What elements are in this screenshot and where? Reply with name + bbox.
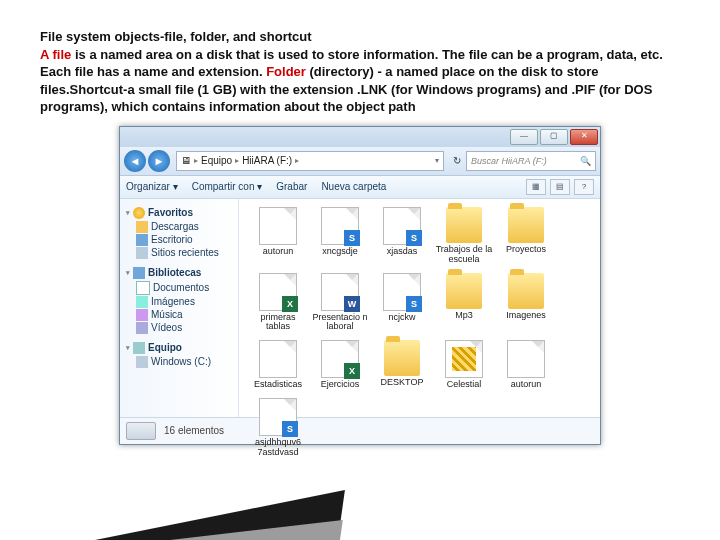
file-grid: autorunSxncgsdjeSxjasdasTrabajos de la e… (239, 199, 600, 417)
documents-icon (136, 281, 150, 295)
file-label: asjdhhquv6 7astdvasd (248, 438, 308, 458)
sidebar-item-music[interactable]: Música (136, 309, 234, 321)
drive-icon (126, 422, 156, 440)
computer-icon: 🖥 (181, 155, 191, 166)
minimize-button[interactable]: — (510, 129, 538, 145)
slide-decoration (0, 480, 340, 540)
close-button[interactable]: ✕ (570, 129, 598, 145)
file-icon: S (383, 273, 421, 311)
folder-icon (384, 340, 420, 376)
maximize-button[interactable]: ▢ (540, 129, 568, 145)
file-item[interactable]: XEjercicios (310, 340, 370, 390)
file-badge: X (282, 296, 298, 312)
star-icon (133, 207, 145, 219)
file-label: primeras tablas (248, 313, 308, 333)
file-item[interactable]: WPresentacio n laboral (310, 273, 370, 333)
help-button[interactable]: ? (574, 179, 594, 195)
sidebar-item-documents[interactable]: Documentos (136, 281, 234, 295)
file-icon: X (259, 273, 297, 311)
toolbar: Organizar ▾ Compartir con ▾ Grabar Nueva… (120, 176, 600, 199)
breadcrumb[interactable]: 🖥 ▸ Equipo ▸ HiiARA (F:) ▸ ▾ (176, 151, 444, 171)
file-item[interactable]: autorun (496, 340, 556, 390)
folder-icon (446, 273, 482, 309)
view-details-button[interactable]: ▤ (550, 179, 570, 195)
new-folder-button[interactable]: Nueva carpeta (321, 181, 386, 192)
folder-icon (508, 273, 544, 309)
file-label: Trabajos de la escuela (434, 245, 494, 265)
sidebar-item-images[interactable]: Imágenes (136, 296, 234, 308)
file-item[interactable]: autorun (248, 207, 308, 265)
zip-icon (445, 340, 483, 378)
file-icon (259, 340, 297, 378)
sidebar-computer-header[interactable]: Equipo (126, 342, 234, 354)
file-badge: S (406, 230, 422, 246)
file-label: Estadisticas (248, 380, 308, 390)
breadcrumb-seg-drive[interactable]: HiiARA (F:) (242, 155, 292, 166)
back-button[interactable]: ◄ (124, 150, 146, 172)
file-icon: S (383, 207, 421, 245)
file-label: Imagenes (496, 311, 556, 321)
videos-icon (136, 322, 148, 334)
file-label: Mp3 (434, 311, 494, 321)
file-item[interactable]: Sxjasdas (372, 207, 432, 265)
file-badge: X (344, 363, 360, 379)
chevron-right-icon: ▸ (235, 156, 239, 165)
sidebar-item-cdrive[interactable]: Windows (C:) (136, 356, 234, 368)
explorer-window: — ▢ ✕ ◄ ► 🖥 ▸ Equipo ▸ HiiARA (F:) ▸ ▾ ↻… (119, 126, 601, 445)
file-icon (259, 207, 297, 245)
file-item[interactable]: Xprimeras tablas (248, 273, 308, 333)
sidebar-libraries-header[interactable]: Bibliotecas (126, 267, 234, 279)
navbar: ◄ ► 🖥 ▸ Equipo ▸ HiiARA (F:) ▸ ▾ ↻ Busca… (120, 147, 600, 176)
search-input[interactable]: Buscar HiiARA (F:) 🔍 (466, 151, 596, 171)
library-icon (133, 267, 145, 279)
file-item[interactable]: Sasjdhhquv6 7astdvasd (248, 398, 308, 458)
file-item[interactable]: DESKTOP (372, 340, 432, 390)
file-label: autorun (496, 380, 556, 390)
term-file: A file (40, 47, 71, 62)
burn-button[interactable]: Grabar (276, 181, 307, 192)
term-folder: Folder (266, 64, 306, 79)
breadcrumb-dropdown[interactable]: ▾ (435, 156, 439, 165)
file-label: autorun (248, 247, 308, 257)
file-item[interactable]: Estadisticas (248, 340, 308, 390)
status-count: 16 elementos (164, 425, 224, 436)
breadcrumb-seg-equipo[interactable]: Equipo (201, 155, 232, 166)
sidebar-item-videos[interactable]: Vídeos (136, 322, 234, 334)
share-menu[interactable]: Compartir con ▾ (192, 181, 263, 192)
hdd-icon (136, 356, 148, 368)
file-item[interactable]: Sxncgsdje (310, 207, 370, 265)
file-label: ncjckw (372, 313, 432, 323)
forward-button[interactable]: ► (148, 150, 170, 172)
sidebar-item-desktop[interactable]: Escritorio (136, 234, 234, 246)
sidebar-item-recent[interactable]: Sitios recientes (136, 247, 234, 259)
desktop-icon (136, 234, 148, 246)
recent-icon (136, 247, 148, 259)
file-badge: S (406, 296, 422, 312)
file-label: Ejercicios (310, 380, 370, 390)
file-item[interactable]: Imagenes (496, 273, 556, 333)
search-icon: 🔍 (580, 156, 591, 166)
slide-text: File system objects-file, folder, and sh… (0, 0, 720, 122)
view-thumbnails-button[interactable]: ▦ (526, 179, 546, 195)
file-item[interactable]: Sncjckw (372, 273, 432, 333)
refresh-button[interactable]: ↻ (448, 155, 466, 166)
titlebar[interactable]: — ▢ ✕ (120, 127, 600, 147)
chevron-right-icon: ▸ (194, 156, 198, 165)
file-badge: W (344, 296, 360, 312)
heading-line: File system objects-file, folder, and sh… (40, 29, 312, 44)
file-badge: S (282, 421, 298, 437)
sidebar: Favoritos Descargas Escritorio Sitios re… (120, 199, 239, 417)
file-item[interactable]: Proyectos (496, 207, 556, 265)
file-badge: S (344, 230, 360, 246)
file-label: DESKTOP (372, 378, 432, 388)
sidebar-item-downloads[interactable]: Descargas (136, 221, 234, 233)
file-label: xncgsdje (310, 247, 370, 257)
sidebar-favorites-header[interactable]: Favoritos (126, 207, 234, 219)
file-item[interactable]: Celestial (434, 340, 494, 390)
file-item[interactable]: Mp3 (434, 273, 494, 333)
file-icon: S (259, 398, 297, 436)
file-icon: S (321, 207, 359, 245)
organize-menu[interactable]: Organizar ▾ (126, 181, 178, 192)
file-icon: X (321, 340, 359, 378)
file-item[interactable]: Trabajos de la escuela (434, 207, 494, 265)
